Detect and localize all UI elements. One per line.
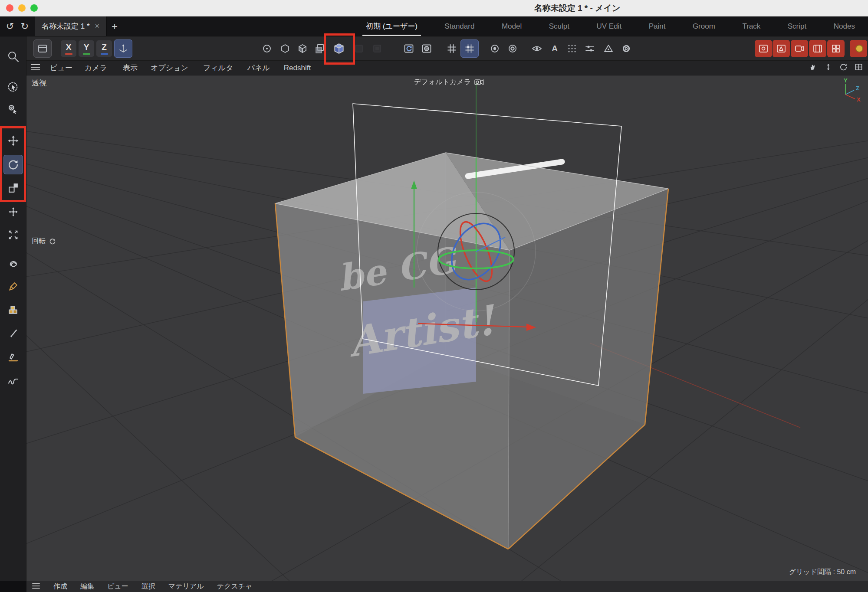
visibility-eye-icon[interactable] <box>528 39 546 58</box>
axis-lock-z-button[interactable]: Z <box>96 40 112 57</box>
layout-tab-uvedit[interactable]: UV Edit <box>593 16 625 36</box>
tool-sidebar <box>0 36 26 592</box>
zoom-window-button[interactable] <box>30 4 38 12</box>
menu-select[interactable]: 選択 <box>141 582 155 591</box>
dots-grid-icon[interactable] <box>563 39 581 58</box>
menu-view-bottom[interactable]: ビュー <box>107 582 128 591</box>
tweak-tool-icon[interactable] <box>3 100 23 119</box>
menu-edit[interactable]: 編集 <box>80 582 94 591</box>
spline-primitive-icon[interactable] <box>276 39 294 58</box>
commander-search-icon[interactable] <box>3 47 23 66</box>
bottom-menu-icon[interactable] <box>32 583 40 591</box>
menu-texture[interactable]: テクスチャ <box>217 582 253 591</box>
camera-label[interactable]: デフォルトカメラ <box>414 78 484 87</box>
grid-spacing-label: グリッド間隔 : 50 cm <box>789 568 856 577</box>
volume-primitive-icon[interactable] <box>293 39 312 58</box>
tool-status: 回転 <box>32 237 56 246</box>
menu-redshift[interactable]: Redshift <box>284 64 311 72</box>
menu-view[interactable]: ビュー <box>50 63 72 73</box>
viewport-menubar: ビュー カメラ 表示 オプション フィルタ パネル Redshift <box>26 61 868 75</box>
live-selection-icon[interactable] <box>3 78 23 97</box>
snap-grid-icon[interactable] <box>443 39 461 58</box>
loop-selection-icon[interactable] <box>3 255 23 274</box>
free-transform-icon[interactable] <box>3 225 23 245</box>
settings-gear-icon[interactable] <box>617 39 635 58</box>
menu-filter[interactable]: フィルタ <box>203 63 233 73</box>
sketch-tool-icon[interactable] <box>3 372 23 391</box>
pen-tool-icon[interactable] <box>258 39 276 58</box>
undo-button[interactable]: ↺ <box>3 20 16 33</box>
disabled-tool-icon-2 <box>368 39 386 58</box>
rotate-view-icon[interactable] <box>839 63 848 73</box>
rotate-status-icon <box>49 238 56 245</box>
layout-tab-initial[interactable]: 初期 (ユーザー) <box>362 16 421 36</box>
viewport-layout-icon[interactable] <box>33 39 52 58</box>
warning-settings-icon[interactable] <box>599 39 618 58</box>
layout-tab-paint[interactable]: Paint <box>645 16 669 36</box>
redshift-bake-icon[interactable] <box>827 40 845 57</box>
simulation-icon[interactable] <box>486 39 504 58</box>
move-tool-icon[interactable] <box>3 131 23 150</box>
minimize-window-button[interactable] <box>18 4 26 12</box>
rotate-tool-icon[interactable] <box>3 155 23 174</box>
bottom-menubar: 作成 編集 ビュー 選択 マテリアル テクスチャ <box>26 581 868 592</box>
annotation-icon[interactable]: A <box>546 39 564 58</box>
scale-tool-icon[interactable] <box>3 178 23 198</box>
document-tab-label: 名称未設定 1 * <box>42 21 90 31</box>
redshift-clip-icon[interactable] <box>809 40 826 57</box>
axis-lock-x-button[interactable]: X <box>61 40 76 57</box>
svg-text:Z: Z <box>856 85 859 92</box>
main-toolbar: X Y Z <box>26 36 868 61</box>
menu-panel[interactable]: パネル <box>247 63 270 73</box>
layout-tab-script[interactable]: Script <box>784 16 810 36</box>
viewport-menu-icon[interactable] <box>31 64 40 72</box>
close-tab-icon[interactable]: × <box>95 22 100 31</box>
tab-bar: ↺ ↻ 名称未設定 1 * × + 初期 (ユーザー) Standard Mod… <box>0 16 868 36</box>
simulation-settings-icon[interactable] <box>503 39 522 58</box>
render-settings-icon[interactable] <box>418 39 436 58</box>
redshift-camera-icon[interactable] <box>791 40 808 57</box>
layout-tab-track[interactable]: Track <box>739 16 764 36</box>
svg-text:X: X <box>857 96 861 103</box>
dolly-view-icon[interactable] <box>824 63 832 73</box>
layout-tab-sculpt[interactable]: Sculpt <box>546 16 573 36</box>
spline-pen-icon[interactable] <box>3 277 23 296</box>
pan-view-icon[interactable] <box>809 63 817 73</box>
menu-material[interactable]: マテリアル <box>168 582 204 591</box>
viewport: be CG Artist! <box>26 75 868 581</box>
axis-lock-y-button[interactable]: Y <box>79 40 94 57</box>
view-label: 透視 <box>32 78 46 88</box>
titlebar: 名称未設定 1 * - メイン <box>0 0 868 16</box>
document-tab[interactable]: 名称未設定 1 * × <box>35 16 107 36</box>
snapped-move-icon[interactable] <box>3 202 23 222</box>
cube[interactable] <box>275 153 668 549</box>
redshift-render-view-icon[interactable] <box>755 40 772 57</box>
menu-display[interactable]: 表示 <box>123 63 138 73</box>
toggle-views-icon[interactable] <box>855 63 863 73</box>
render-view-icon[interactable] <box>400 39 418 58</box>
viewport-canvas[interactable]: be CG Artist! <box>26 75 868 581</box>
traffic-lights <box>6 4 38 12</box>
add-tab-button[interactable]: + <box>107 16 122 36</box>
layout-tab-groom[interactable]: Groom <box>689 16 719 36</box>
coordinate-system-icon[interactable] <box>114 39 132 58</box>
draw-pen-icon[interactable] <box>3 347 23 366</box>
close-window-button[interactable] <box>6 4 13 12</box>
layout-tab-nodes[interactable]: Nodes <box>830 16 858 36</box>
camera-icon <box>474 79 484 85</box>
layout-tab-model[interactable]: Model <box>498 16 525 36</box>
cube-primitive-icon[interactable] <box>330 39 348 58</box>
svg-text:Y: Y <box>844 77 848 84</box>
redshift-ipr-icon[interactable] <box>773 40 790 57</box>
array-cubes-icon[interactable] <box>3 301 23 320</box>
menu-create[interactable]: 作成 <box>53 582 67 591</box>
generator-icon[interactable] <box>311 39 329 58</box>
brush-tool-icon[interactable] <box>3 325 23 344</box>
menu-options[interactable]: オプション <box>151 63 188 73</box>
redo-button[interactable]: ↻ <box>18 20 31 33</box>
quantize-grid-icon[interactable] <box>460 39 479 58</box>
menu-camera[interactable]: カメラ <box>85 63 107 73</box>
filter-slider-icon[interactable] <box>581 39 599 58</box>
redshift-material-icon[interactable] <box>850 40 867 57</box>
layout-tab-standard[interactable]: Standard <box>441 16 478 36</box>
